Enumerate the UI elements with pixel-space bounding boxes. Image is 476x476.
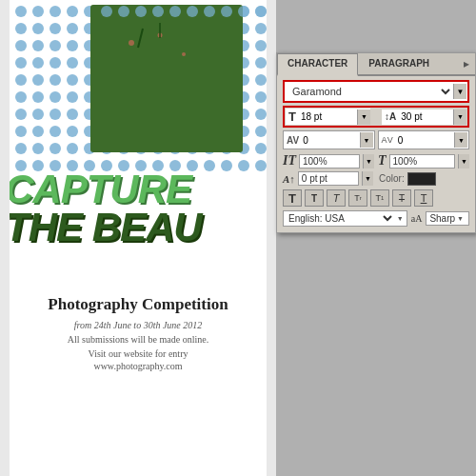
svg-point-3 <box>67 6 78 17</box>
tab-character[interactable]: CHARACTER <box>277 53 358 76</box>
white-page: CAPTURE THE BEAU Photography Competition… <box>10 0 267 476</box>
competition-title: Photography Competition <box>10 295 267 314</box>
tracking-dropdown[interactable]: ▼ <box>454 132 467 148</box>
typo-strikethrough-button[interactable]: T <box>392 189 411 207</box>
vertical-scale-text: 100% <box>303 156 327 167</box>
svg-point-33 <box>67 40 78 51</box>
svg-point-119 <box>255 126 267 137</box>
horizontal-scale-text: 100% <box>393 156 418 167</box>
color-swatch-container <box>407 172 436 186</box>
color-item: Color: <box>379 172 469 186</box>
svg-point-59 <box>255 57 267 69</box>
baseline-color-row: A↑ 0 pt pt ▼ Color: <box>283 171 469 186</box>
svg-point-134 <box>255 143 267 154</box>
svg-point-46 <box>32 57 44 69</box>
color-swatch[interactable] <box>407 172 436 186</box>
tab-paragraph[interactable]: PARAGRAPH <box>358 53 440 74</box>
language-row: English: USA ▼ aA Sharp ▼ <box>283 210 469 227</box>
svg-point-0 <box>15 6 27 17</box>
svg-point-91 <box>32 109 44 120</box>
svg-point-122 <box>50 143 61 154</box>
sharp-dropdown-arrow[interactable]: ▼ <box>455 215 466 222</box>
tracking-icon: AV <box>380 134 396 146</box>
svg-point-173 <box>238 6 249 17</box>
tracking-input[interactable] <box>396 134 454 147</box>
date-text: from 24th June to 30th June 2012 <box>10 320 267 330</box>
vertical-scale-value: 100% <box>299 154 360 169</box>
horizontal-scale-dropdown[interactable]: ▼ <box>458 154 469 169</box>
svg-point-76 <box>32 91 44 103</box>
baseline-dropdown[interactable]: ▼ <box>362 171 373 186</box>
svg-point-171 <box>204 6 215 17</box>
svg-point-75 <box>15 91 27 103</box>
content-area: Photography Competition from 24th June t… <box>10 295 267 371</box>
svg-point-90 <box>15 109 27 120</box>
leading-input[interactable] <box>399 110 453 123</box>
typo-underline-button[interactable]: T <box>414 189 433 207</box>
svg-point-16 <box>32 23 44 34</box>
vertical-scale-item: IT 100% ▼ <box>283 153 374 169</box>
svg-point-93 <box>67 109 78 120</box>
svg-point-123 <box>67 143 78 154</box>
lang-dropdown-arrow[interactable]: ▼ <box>395 215 406 222</box>
typo-superscript-button[interactable]: Tr <box>348 189 367 207</box>
svg-point-92 <box>50 109 61 120</box>
svg-point-17 <box>50 23 61 34</box>
svg-point-147 <box>221 160 232 171</box>
panel-body: Garamond ▼ T ▼ ↕A ▼ AV ▼ <box>277 76 475 232</box>
svg-point-30 <box>15 40 27 51</box>
svg-point-48 <box>67 57 78 69</box>
svg-point-160 <box>182 52 186 56</box>
kerning-icon: AV <box>285 134 301 147</box>
font-dropdown-arrow[interactable]: ▼ <box>453 84 466 99</box>
svg-point-104 <box>255 109 267 120</box>
kerning-input[interactable] <box>301 134 359 147</box>
svg-point-89 <box>255 91 267 103</box>
typo-regular-button[interactable]: T <box>283 189 302 207</box>
kerning-field: AV ▼ <box>283 130 375 149</box>
svg-point-158 <box>129 40 134 46</box>
svg-point-47 <box>50 57 61 69</box>
anti-alias-value: Sharp <box>429 213 455 224</box>
baseline-shift-label: A↑ <box>283 173 295 185</box>
anti-alias-select-wrapper: Sharp ▼ <box>426 211 469 226</box>
svg-point-31 <box>32 40 44 51</box>
vertical-scale-label: IT <box>283 153 296 169</box>
horizontal-scale-value: 100% <box>389 154 455 169</box>
font-size-input[interactable] <box>299 110 357 123</box>
svg-point-106 <box>32 126 44 137</box>
typography-buttons-row: T T T Tr T1 T T <box>283 189 469 207</box>
svg-point-121 <box>32 143 44 154</box>
svg-point-107 <box>50 126 61 137</box>
submissions-text: All submissions will be made online. <box>10 334 267 345</box>
anti-alias-label: aA <box>411 213 423 224</box>
vertical-scale-dropdown[interactable]: ▼ <box>363 154 374 169</box>
typo-bold-button[interactable]: T <box>305 189 324 207</box>
svg-point-18 <box>67 23 78 34</box>
svg-point-105 <box>15 126 27 137</box>
typo-italic-button[interactable]: T <box>327 189 346 207</box>
typo-subscript-button[interactable]: T1 <box>370 189 389 207</box>
scale-row: IT 100% ▼ T 100% ▼ <box>283 153 469 169</box>
svg-point-169 <box>169 6 181 17</box>
font-name-select[interactable]: Garamond <box>286 83 453 100</box>
baseline-shift-text: 0 pt <box>302 173 318 184</box>
svg-point-29 <box>255 23 267 34</box>
kerning-dropdown[interactable]: ▼ <box>360 132 373 148</box>
panel-close-icon[interactable]: ▸ <box>458 53 475 74</box>
svg-point-148 <box>238 160 249 171</box>
svg-point-32 <box>50 40 61 51</box>
svg-rect-151 <box>90 5 243 152</box>
svg-point-45 <box>15 57 27 69</box>
svg-point-165 <box>101 6 112 17</box>
svg-point-172 <box>221 6 232 17</box>
leading-dropdown[interactable]: ▼ <box>453 109 466 125</box>
size-leading-row: T ▼ ↕A ▼ <box>283 106 469 128</box>
panel-tabs: CHARACTER PARAGRAPH ▸ <box>277 53 475 76</box>
svg-point-78 <box>67 91 78 103</box>
leading-icon: ↕A <box>382 110 399 123</box>
svg-point-15 <box>15 23 27 34</box>
svg-point-61 <box>32 74 44 86</box>
language-select[interactable]: English: USA <box>285 212 395 225</box>
font-size-dropdown[interactable]: ▼ <box>357 109 370 125</box>
